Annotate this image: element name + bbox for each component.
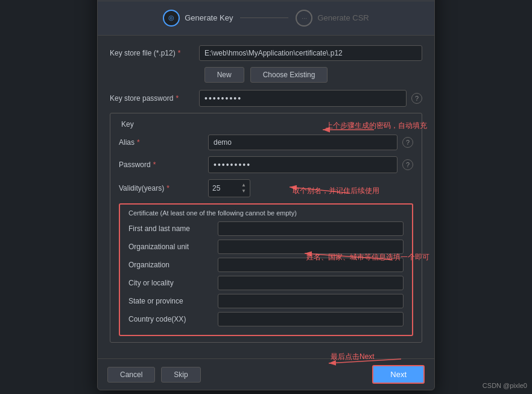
- cert-field-input[interactable]: [218, 258, 404, 272]
- validity-spinner[interactable]: 25 ▲ ▼: [208, 179, 250, 198]
- cert-field-label: Organizational unit: [128, 243, 213, 251]
- footer-left-buttons: Cancel Skip: [107, 367, 201, 383]
- cert-section-title: Certificate (At least one of the followi…: [128, 209, 404, 217]
- certificate-section: Certificate (At least one of the followi…: [119, 203, 413, 336]
- csdn-watermark: CSDN @pixle0: [483, 382, 527, 389]
- password-required: *: [176, 94, 179, 103]
- key-password-label: Password *: [119, 160, 203, 169]
- cancel-button[interactable]: Cancel: [107, 367, 155, 383]
- keystore-file-input[interactable]: [199, 45, 422, 61]
- cert-field-input[interactable]: [218, 221, 404, 236]
- keystore-password-input[interactable]: [199, 90, 407, 107]
- keystore-file-label: Key store file (*.p12) *: [110, 49, 194, 57]
- keystore-action-buttons: New Choose Existing: [110, 67, 422, 83]
- step-2-icon: ···: [302, 14, 307, 22]
- validity-value: 25: [212, 184, 239, 192]
- alias-row: Alias * ?: [119, 135, 413, 150]
- step-2-label: Generate CSR: [317, 13, 369, 22]
- spinner-buttons[interactable]: ▲ ▼: [241, 182, 246, 195]
- cert-field-label: Country code(XX): [128, 315, 213, 323]
- key-password-input[interactable]: [208, 156, 397, 173]
- validity-row: Validity(years) * 25 ▲ ▼: [119, 179, 413, 198]
- dialog-footer: Cancel Skip Next: [98, 358, 434, 390]
- generate-key-csr-dialog: Generate Key and CSR × ◎ Generate Key ··…: [97, 0, 435, 390]
- cert-row: First and last name: [128, 221, 404, 236]
- alias-label: Alias *: [119, 138, 203, 147]
- choose-existing-button[interactable]: Choose Existing: [250, 67, 328, 83]
- keystore-password-label: Key store password *: [110, 94, 194, 103]
- new-button[interactable]: New: [204, 67, 244, 83]
- wizard-steps: ◎ Generate Key ··· Generate CSR: [98, 1, 434, 36]
- alias-help-icon[interactable]: ?: [402, 137, 413, 148]
- step-1-icon: ◎: [168, 14, 174, 22]
- keystore-file-row: Key store file (*.p12) *: [110, 45, 422, 61]
- validity-label: Validity(years) *: [119, 184, 203, 192]
- cert-field-label: Organization: [128, 261, 213, 269]
- cert-fields: First and last nameOrganizational unitOr…: [128, 221, 404, 326]
- step-2-circle: ···: [296, 10, 312, 27]
- cert-field-label: City or locality: [128, 279, 213, 287]
- cert-field-input[interactable]: [218, 312, 404, 326]
- cert-row: Organization: [128, 258, 404, 272]
- cert-row: State or province: [128, 294, 404, 308]
- step-1-circle: ◎: [163, 10, 180, 27]
- alias-input[interactable]: [208, 135, 397, 150]
- keystore-password-row: Key store password * ?: [110, 90, 422, 107]
- key-password-row: Password * ?: [119, 156, 413, 173]
- spinner-up-button[interactable]: ▲: [241, 182, 246, 188]
- cert-field-input[interactable]: [218, 294, 404, 308]
- key-section-title: Key: [119, 120, 136, 129]
- next-button[interactable]: Next: [372, 365, 425, 384]
- keystore-required: *: [178, 49, 181, 57]
- spinner-down-button[interactable]: ▼: [241, 188, 246, 194]
- step-1-label: Generate Key: [185, 13, 233, 22]
- keystore-password-help-icon[interactable]: ?: [411, 93, 422, 104]
- step-line: [240, 17, 288, 18]
- cert-field-input[interactable]: [218, 240, 404, 254]
- footer-right-buttons: Next: [372, 365, 425, 384]
- cert-field-input[interactable]: [218, 276, 404, 290]
- cert-row: Organizational unit: [128, 240, 404, 254]
- dialog-body: Key store file (*.p12) * New Choose Exis…: [98, 36, 434, 359]
- step-1: ◎ Generate Key: [163, 10, 233, 27]
- step-2: ··· Generate CSR: [296, 10, 369, 27]
- key-section: Key Alias * ? Password * ?: [110, 113, 422, 343]
- cert-row: City or locality: [128, 276, 404, 290]
- cert-row: Country code(XX): [128, 312, 404, 326]
- skip-button[interactable]: Skip: [161, 367, 200, 383]
- cert-field-label: First and last name: [128, 224, 213, 233]
- key-password-help-icon[interactable]: ?: [402, 159, 413, 170]
- cert-field-label: State or province: [128, 297, 213, 305]
